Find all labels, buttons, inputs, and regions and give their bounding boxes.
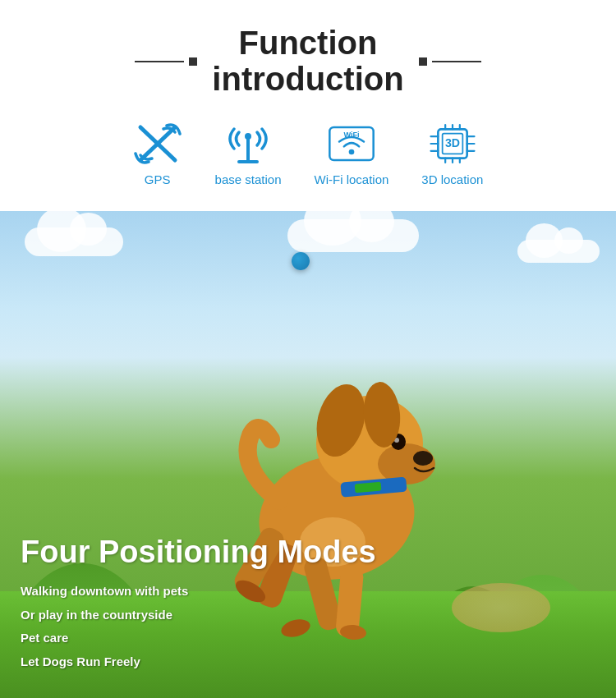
features-icon-row: GPS [16, 121, 600, 186]
subtext-line-3: Pet care [21, 627, 595, 650]
svg-point-4 [245, 133, 251, 140]
ball [292, 252, 310, 270]
base-station-label: base station [215, 172, 282, 186]
3d-chip-icon: 3D [428, 121, 477, 166]
gps-satellite-icon [133, 121, 182, 166]
svg-text:WiFi: WiFi [343, 130, 359, 138]
subtext-line-4: Let Dogs Run Freely [21, 650, 595, 674]
title-left-bar [135, 61, 184, 62]
title-right-bar [432, 61, 481, 62]
page-wrapper: Function introduction [0, 0, 616, 698]
cloud-1 [25, 227, 123, 256]
title-right-square [419, 57, 427, 66]
subtext-line-1: Walking downtown with pets [21, 580, 595, 604]
title-left-square [189, 57, 197, 66]
wifi-icon: WiFi [327, 121, 376, 166]
feature-3d: 3D 3D location [421, 121, 483, 186]
title-line2: introduction [212, 61, 403, 98]
base-station-icon [223, 121, 273, 166]
hero-subtext: Walking downtown with pets Or play in th… [21, 580, 595, 673]
3d-label: 3D location [421, 172, 483, 186]
title-left-decoration [135, 57, 197, 66]
wifi-label: Wi-Fi location [314, 172, 388, 186]
subtext-line-2: Or play in the countryside [21, 604, 595, 627]
svg-point-26 [413, 451, 433, 466]
title-row: Function introduction [16, 25, 600, 98]
hero-heading: Four Positioning Modes [21, 535, 595, 570]
hero-image-section: Four Positioning Modes Walking downtown … [0, 211, 616, 698]
feature-wifi: WiFi Wi-Fi location [314, 121, 388, 186]
feature-base-station: base station [215, 121, 282, 186]
gps-label: GPS [145, 172, 171, 186]
title-right-decoration [419, 57, 481, 66]
title-line1: Function [212, 25, 403, 61]
cloud-2 [287, 219, 419, 252]
top-section: Function introduction [0, 0, 616, 211]
text-overlay: Four Positioning Modes Walking downtown … [0, 519, 616, 698]
page-title: Function introduction [212, 25, 403, 98]
cloud-3 [517, 240, 600, 263]
svg-text:3D: 3D [445, 136, 460, 149]
svg-point-6 [349, 149, 355, 154]
feature-gps: GPS [133, 121, 182, 186]
